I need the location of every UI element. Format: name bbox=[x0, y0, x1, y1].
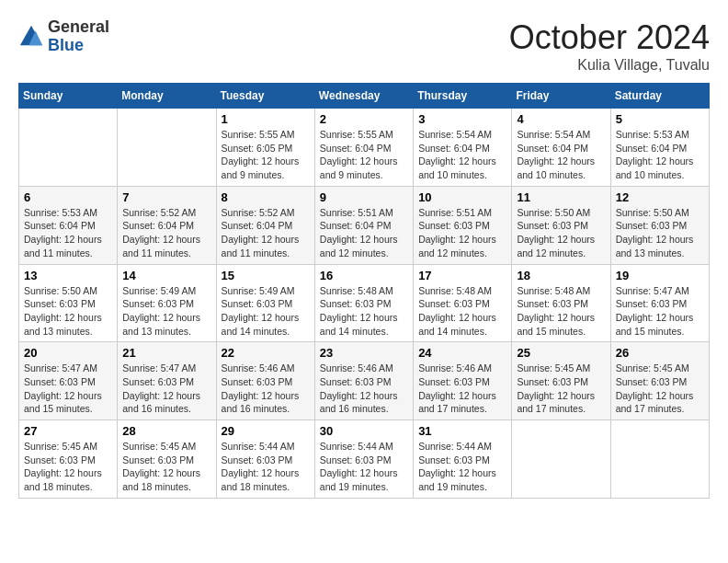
day-number: 5 bbox=[616, 112, 704, 126]
day-detail: Sunrise: 5:48 AMSunset: 6:03 PMDaylight:… bbox=[320, 284, 408, 339]
day-cell: 15Sunrise: 5:49 AMSunset: 6:03 PMDayligh… bbox=[216, 264, 314, 342]
day-number: 1 bbox=[222, 112, 310, 126]
header-day-monday: Monday bbox=[118, 84, 216, 109]
day-number: 23 bbox=[320, 346, 408, 360]
day-detail: Sunrise: 5:48 AMSunset: 6:03 PMDaylight:… bbox=[517, 284, 605, 339]
day-cell: 13Sunrise: 5:50 AMSunset: 6:03 PMDayligh… bbox=[19, 264, 118, 342]
day-cell: 5Sunrise: 5:53 AMSunset: 6:04 PMDaylight… bbox=[610, 109, 709, 187]
day-detail: Sunrise: 5:52 AMSunset: 6:04 PMDaylight:… bbox=[222, 206, 310, 260]
day-cell: 21Sunrise: 5:47 AMSunset: 6:03 PMDayligh… bbox=[118, 342, 216, 420]
day-detail: Sunrise: 5:54 AMSunset: 6:04 PMDaylight:… bbox=[517, 128, 605, 182]
day-number: 29 bbox=[222, 424, 310, 438]
day-detail: Sunrise: 5:48 AMSunset: 6:03 PMDaylight:… bbox=[418, 284, 506, 339]
day-number: 27 bbox=[24, 424, 112, 438]
day-detail: Sunrise: 5:46 AMSunset: 6:03 PMDaylight:… bbox=[320, 362, 408, 416]
day-number: 30 bbox=[320, 424, 408, 438]
day-detail: Sunrise: 5:49 AMSunset: 6:03 PMDaylight:… bbox=[222, 284, 310, 339]
day-cell: 30Sunrise: 5:44 AMSunset: 6:03 PMDayligh… bbox=[314, 420, 413, 499]
day-detail: Sunrise: 5:45 AMSunset: 6:03 PMDaylight:… bbox=[517, 362, 605, 416]
day-number: 20 bbox=[24, 346, 112, 360]
day-cell: 1Sunrise: 5:55 AMSunset: 6:05 PMDaylight… bbox=[216, 109, 314, 187]
day-detail: Sunrise: 5:55 AMSunset: 6:05 PMDaylight:… bbox=[222, 128, 310, 182]
day-number: 31 bbox=[418, 424, 506, 438]
day-number: 4 bbox=[517, 112, 605, 126]
page-header: General Blue October 2024 Kulia Village,… bbox=[18, 18, 710, 74]
location-title: Kulia Village, Tuvalu bbox=[509, 57, 710, 74]
day-number: 25 bbox=[517, 346, 605, 360]
day-number: 3 bbox=[418, 112, 506, 126]
day-cell: 26Sunrise: 5:45 AMSunset: 6:03 PMDayligh… bbox=[610, 342, 709, 420]
day-cell: 18Sunrise: 5:48 AMSunset: 6:03 PMDayligh… bbox=[512, 264, 610, 342]
header-day-saturday: Saturday bbox=[610, 84, 709, 109]
day-cell: 29Sunrise: 5:44 AMSunset: 6:03 PMDayligh… bbox=[216, 420, 314, 499]
day-cell: 8Sunrise: 5:52 AMSunset: 6:04 PMDaylight… bbox=[216, 186, 314, 264]
day-cell bbox=[118, 109, 216, 187]
day-cell: 9Sunrise: 5:51 AMSunset: 6:04 PMDaylight… bbox=[314, 186, 413, 264]
day-detail: Sunrise: 5:51 AMSunset: 6:03 PMDaylight:… bbox=[418, 206, 506, 260]
header-day-sunday: Sunday bbox=[19, 84, 118, 109]
day-cell: 22Sunrise: 5:46 AMSunset: 6:03 PMDayligh… bbox=[216, 342, 314, 420]
day-detail: Sunrise: 5:45 AMSunset: 6:03 PMDaylight:… bbox=[122, 440, 210, 494]
day-cell bbox=[610, 420, 709, 499]
logo-text: General Blue bbox=[48, 18, 109, 55]
day-cell bbox=[19, 109, 118, 187]
day-detail: Sunrise: 5:52 AMSunset: 6:04 PMDaylight:… bbox=[122, 206, 210, 260]
day-number: 11 bbox=[517, 190, 605, 204]
header-day-wednesday: Wednesday bbox=[314, 84, 413, 109]
day-cell: 31Sunrise: 5:44 AMSunset: 6:03 PMDayligh… bbox=[414, 420, 512, 499]
day-detail: Sunrise: 5:45 AMSunset: 6:03 PMDaylight:… bbox=[24, 440, 112, 494]
day-detail: Sunrise: 5:44 AMSunset: 6:03 PMDaylight:… bbox=[222, 440, 310, 494]
day-detail: Sunrise: 5:51 AMSunset: 6:04 PMDaylight:… bbox=[320, 206, 408, 260]
day-cell: 4Sunrise: 5:54 AMSunset: 6:04 PMDaylight… bbox=[512, 109, 610, 187]
header-day-tuesday: Tuesday bbox=[216, 84, 314, 109]
calendar-body: 1Sunrise: 5:55 AMSunset: 6:05 PMDaylight… bbox=[19, 109, 710, 499]
day-detail: Sunrise: 5:45 AMSunset: 6:03 PMDaylight:… bbox=[616, 362, 704, 416]
day-cell: 11Sunrise: 5:50 AMSunset: 6:03 PMDayligh… bbox=[512, 186, 610, 264]
day-cell: 28Sunrise: 5:45 AMSunset: 6:03 PMDayligh… bbox=[118, 420, 216, 499]
week-row-4: 20Sunrise: 5:47 AMSunset: 6:03 PMDayligh… bbox=[19, 342, 710, 420]
day-cell: 2Sunrise: 5:55 AMSunset: 6:04 PMDaylight… bbox=[314, 109, 413, 187]
title-block: October 2024 Kulia Village, Tuvalu bbox=[509, 18, 710, 74]
week-row-5: 27Sunrise: 5:45 AMSunset: 6:03 PMDayligh… bbox=[19, 420, 710, 499]
day-number: 24 bbox=[418, 346, 506, 360]
day-number: 19 bbox=[616, 269, 704, 282]
day-cell: 7Sunrise: 5:52 AMSunset: 6:04 PMDaylight… bbox=[118, 186, 216, 264]
day-number: 2 bbox=[320, 112, 408, 126]
day-detail: Sunrise: 5:47 AMSunset: 6:03 PMDaylight:… bbox=[616, 284, 704, 339]
logo-general-text: General bbox=[48, 18, 109, 37]
day-cell: 3Sunrise: 5:54 AMSunset: 6:04 PMDaylight… bbox=[414, 109, 512, 187]
month-title: October 2024 bbox=[509, 18, 710, 57]
header-row: SundayMondayTuesdayWednesdayThursdayFrid… bbox=[19, 84, 710, 109]
day-detail: Sunrise: 5:50 AMSunset: 6:03 PMDaylight:… bbox=[24, 284, 112, 339]
day-detail: Sunrise: 5:44 AMSunset: 6:03 PMDaylight:… bbox=[418, 440, 506, 494]
day-number: 12 bbox=[616, 190, 704, 204]
day-detail: Sunrise: 5:53 AMSunset: 6:04 PMDaylight:… bbox=[24, 206, 112, 260]
calendar-table: SundayMondayTuesdayWednesdayThursdayFrid… bbox=[18, 83, 710, 499]
day-cell: 19Sunrise: 5:47 AMSunset: 6:03 PMDayligh… bbox=[610, 264, 709, 342]
logo-blue-text: Blue bbox=[48, 37, 109, 55]
day-number: 8 bbox=[222, 190, 310, 204]
day-cell: 12Sunrise: 5:50 AMSunset: 6:03 PMDayligh… bbox=[610, 186, 709, 264]
day-number: 26 bbox=[616, 346, 704, 360]
day-number: 17 bbox=[418, 269, 506, 282]
day-cell: 14Sunrise: 5:49 AMSunset: 6:03 PMDayligh… bbox=[118, 264, 216, 342]
day-cell: 24Sunrise: 5:46 AMSunset: 6:03 PMDayligh… bbox=[414, 342, 512, 420]
day-detail: Sunrise: 5:47 AMSunset: 6:03 PMDaylight:… bbox=[24, 362, 112, 416]
calendar-header: SundayMondayTuesdayWednesdayThursdayFrid… bbox=[19, 84, 710, 109]
header-day-friday: Friday bbox=[512, 84, 610, 109]
logo: General Blue bbox=[18, 18, 109, 55]
day-cell: 23Sunrise: 5:46 AMSunset: 6:03 PMDayligh… bbox=[314, 342, 413, 420]
day-number: 6 bbox=[24, 190, 112, 204]
day-number: 9 bbox=[320, 190, 408, 204]
day-cell: 17Sunrise: 5:48 AMSunset: 6:03 PMDayligh… bbox=[414, 264, 512, 342]
day-detail: Sunrise: 5:46 AMSunset: 6:03 PMDaylight:… bbox=[222, 362, 310, 416]
day-detail: Sunrise: 5:54 AMSunset: 6:04 PMDaylight:… bbox=[418, 128, 506, 182]
day-number: 15 bbox=[222, 269, 310, 282]
day-detail: Sunrise: 5:46 AMSunset: 6:03 PMDaylight:… bbox=[418, 362, 506, 416]
day-cell: 10Sunrise: 5:51 AMSunset: 6:03 PMDayligh… bbox=[414, 186, 512, 264]
day-number: 18 bbox=[517, 269, 605, 282]
header-day-thursday: Thursday bbox=[414, 84, 512, 109]
day-cell bbox=[512, 420, 610, 499]
day-cell: 20Sunrise: 5:47 AMSunset: 6:03 PMDayligh… bbox=[19, 342, 118, 420]
day-detail: Sunrise: 5:55 AMSunset: 6:04 PMDaylight:… bbox=[320, 128, 408, 182]
